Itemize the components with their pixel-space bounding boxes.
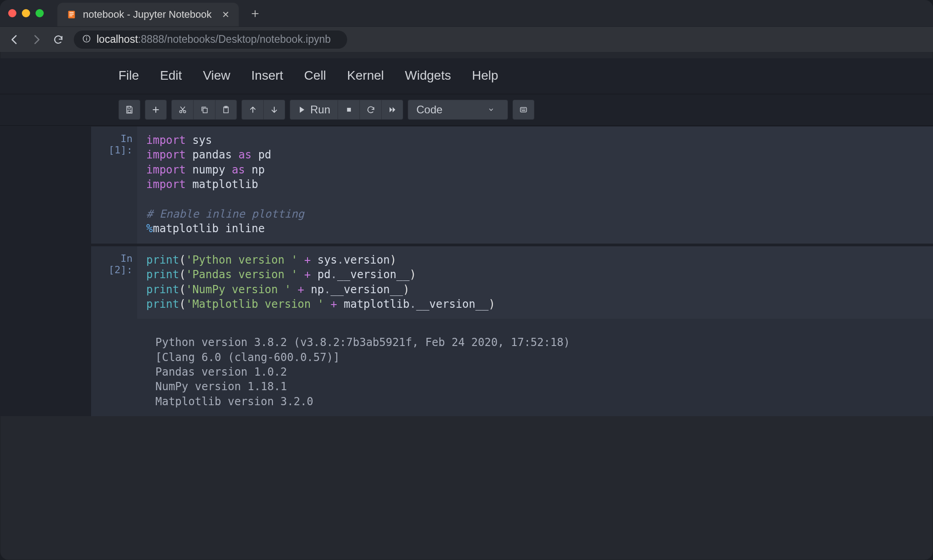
move-down-button[interactable]: [263, 100, 285, 120]
output-text: Python version 3.8.2 (v3.8.2:7b3ab5921f,…: [146, 325, 924, 409]
input-prompt: In [2]:: [92, 246, 137, 417]
interrupt-button[interactable]: [338, 100, 359, 120]
browser-chrome: notebook - Jupyter Notebook ✕ ＋ localhos…: [0, 0, 933, 52]
tab-title: notebook - Jupyter Notebook: [83, 9, 212, 20]
code-cell[interactable]: In [2]: print('Python version ' + sys.ve…: [91, 246, 933, 417]
svg-rect-6: [86, 36, 87, 37]
restart-run-all-button[interactable]: [381, 100, 403, 120]
svg-rect-15: [520, 107, 526, 112]
copy-button[interactable]: [193, 100, 215, 120]
browser-tab[interactable]: notebook - Jupyter Notebook ✕: [57, 3, 239, 26]
svg-rect-8: [128, 107, 131, 108]
svg-rect-19: [522, 110, 525, 111]
notebook-page: File Edit View Insert Cell Kernel Widget…: [0, 52, 933, 416]
menu-view[interactable]: View: [203, 68, 230, 83]
restart-button[interactable]: [359, 100, 381, 120]
svg-rect-18: [524, 109, 526, 110]
edit-group: [171, 100, 237, 120]
insert-cell-button[interactable]: [145, 100, 167, 120]
forward-button[interactable]: [30, 33, 43, 46]
cell-area: In [1]: import sys import pandas as pd i…: [0, 126, 933, 416]
menu-widgets[interactable]: Widgets: [405, 68, 451, 83]
minimize-window-button[interactable]: [22, 9, 30, 17]
svg-rect-14: [347, 108, 350, 112]
jupyter-favicon-icon: [67, 10, 77, 20]
command-palette-button[interactable]: [513, 100, 534, 120]
svg-rect-3: [69, 15, 72, 16]
code-content[interactable]: import sys import pandas as pd import nu…: [146, 133, 924, 236]
menu-kernel[interactable]: Kernel: [347, 68, 384, 83]
cell-type-value: Code: [416, 103, 442, 116]
run-button[interactable]: Run: [290, 100, 338, 120]
move-group: [241, 100, 285, 120]
toolbar: Run Code: [0, 94, 933, 126]
input-area[interactable]: import sys import pandas as pd import nu…: [137, 127, 933, 244]
new-tab-button[interactable]: ＋: [249, 5, 261, 22]
menu-edit[interactable]: Edit: [160, 68, 182, 83]
output-area: Python version 3.8.2 (v3.8.2:7b3ab5921f,…: [137, 319, 933, 416]
move-up-button[interactable]: [241, 100, 263, 120]
back-button[interactable]: [8, 33, 21, 46]
close-tab-icon[interactable]: ✕: [222, 9, 230, 20]
menu-cell[interactable]: Cell: [304, 68, 326, 83]
notebook: File Edit View Insert Cell Kernel Widget…: [0, 58, 933, 416]
input-area[interactable]: print('Python version ' + sys.version) p…: [137, 246, 933, 319]
chevron-down-icon: [488, 107, 494, 113]
address-row: localhost:8888/notebooks/Desktop/noteboo…: [0, 26, 933, 52]
svg-rect-16: [521, 109, 523, 110]
site-info-icon[interactable]: [82, 34, 91, 45]
cut-button[interactable]: [171, 100, 193, 120]
svg-rect-11: [203, 108, 207, 113]
svg-rect-2: [69, 14, 73, 15]
cell-type-select[interactable]: Code: [408, 100, 508, 120]
run-group: Run: [290, 100, 403, 120]
code-content[interactable]: print('Python version ' + sys.version) p…: [146, 253, 924, 312]
reload-button[interactable]: [52, 33, 65, 46]
svg-rect-5: [86, 38, 87, 41]
window-controls: [8, 9, 44, 17]
save-button[interactable]: [118, 100, 140, 120]
paste-button[interactable]: [215, 100, 237, 120]
run-label: Run: [310, 103, 330, 116]
tab-bar: notebook - Jupyter Notebook ✕ ＋: [0, 0, 933, 26]
address-bar[interactable]: localhost:8888/notebooks/Desktop/noteboo…: [74, 31, 347, 49]
svg-rect-1: [69, 12, 73, 13]
menu-insert[interactable]: Insert: [251, 68, 283, 83]
maximize-window-button[interactable]: [36, 9, 44, 17]
url-text: localhost:8888/notebooks/Desktop/noteboo…: [97, 33, 331, 46]
input-prompt: In [1]:: [92, 127, 137, 244]
menubar: File Edit View Insert Cell Kernel Widget…: [0, 58, 933, 94]
close-window-button[interactable]: [8, 9, 16, 17]
svg-rect-17: [523, 109, 524, 110]
svg-rect-7: [128, 110, 131, 112]
menu-file[interactable]: File: [118, 68, 139, 83]
browser-window: notebook - Jupyter Notebook ✕ ＋ localhos…: [0, 0, 933, 560]
menu-help[interactable]: Help: [472, 68, 498, 83]
code-cell[interactable]: In [1]: import sys import pandas as pd i…: [91, 127, 933, 244]
